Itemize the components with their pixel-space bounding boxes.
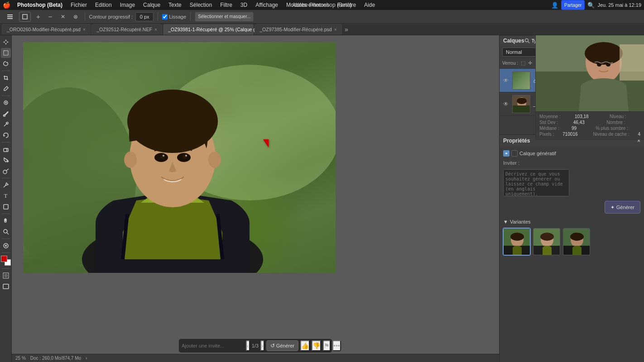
prompt-input[interactable] — [182, 343, 244, 348]
next-variant-button[interactable]: › — [260, 340, 264, 351]
exclude-btn[interactable]: ⊗ — [71, 12, 81, 22]
shape-tool[interactable] — [1, 202, 11, 212]
pen-tool[interactable] — [1, 180, 11, 190]
stat-niveaucache-val: 4 — [638, 132, 640, 137]
menu-aide[interactable]: Aide — [361, 1, 378, 9]
variant-thumb-1[interactable] — [503, 228, 530, 255]
stat-mediane-val: 99 — [572, 126, 577, 131]
color-pair[interactable] — [1, 256, 11, 266]
tab-close-0[interactable]: × — [83, 27, 86, 32]
variantes-label: Variantes — [510, 219, 531, 224]
eyedropper-tool[interactable] — [1, 84, 11, 94]
thumbup-button[interactable]: 👍 — [300, 340, 310, 351]
svg-point-8 — [6, 122, 8, 124]
prop-checkbox[interactable] — [511, 150, 518, 157]
prev-variant-button[interactable]: ‹ — [246, 340, 250, 351]
layer-visibility-oz93981[interactable]: 👁 — [502, 100, 509, 108]
menu-affichage[interactable]: Affichage — [252, 1, 281, 9]
tab-oz92512[interactable]: _OZ92512-Récupéré.NEF × — [91, 24, 162, 35]
svg-point-32 — [525, 39, 528, 42]
select-mask-button[interactable]: Sélectionner et masquer... — [195, 12, 254, 22]
properties-panel: Propriétés × Calque génératif Inviter : — [500, 135, 644, 362]
menubar-person-icon[interactable]: 👤 — [551, 2, 558, 9]
generate-button-bottom[interactable]: ↺ Générer — [266, 340, 298, 351]
tool-options-icon[interactable] — [4, 12, 16, 22]
svg-point-40 — [510, 233, 524, 241]
menu-image[interactable]: Image — [117, 1, 138, 9]
prop-prompt-textarea[interactable] — [503, 169, 569, 196]
fill-tool[interactable] — [1, 155, 11, 165]
intersect-btn[interactable]: ✕ — [58, 12, 68, 22]
menu-texte[interactable]: Texte — [165, 1, 185, 9]
menu-selection[interactable]: Sélection — [187, 1, 215, 9]
add-btn[interactable]: + — [34, 12, 43, 22]
text-tool[interactable]: T — [1, 191, 11, 201]
hand-tool[interactable] — [1, 216, 11, 226]
menu-calque[interactable]: Calque — [140, 1, 163, 9]
more-options-button[interactable]: ••• — [332, 340, 341, 351]
tab-oz93981[interactable]: _OZ93981-1-Récupéré @ 25% (Calque généra… — [163, 24, 254, 35]
tab-close-1[interactable]: × — [154, 27, 157, 32]
subtract-btn[interactable]: − — [46, 12, 55, 22]
quick-actions[interactable] — [1, 241, 11, 251]
tab-oz97385[interactable]: _OZ97385-Modifier-Récupéré.psd × — [255, 24, 342, 35]
contour-input[interactable] — [135, 12, 154, 21]
lissage-label: Lissage — [169, 14, 186, 19]
prop-section-title: Calque génératif — [519, 151, 556, 156]
menu-filtre[interactable]: Filtre — [217, 1, 235, 9]
apple-menu[interactable]: 🍎 — [3, 1, 10, 9]
app-name[interactable]: Photoshop (Beta) — [14, 1, 66, 9]
search-icon[interactable]: 🔍 — [587, 2, 595, 9]
crop-tool[interactable] — [1, 73, 11, 83]
svg-rect-3 — [23, 14, 27, 19]
eraser-tool[interactable] — [1, 144, 11, 154]
lock-label: Verrou : — [502, 61, 518, 66]
status-bar: 25 % Doc : 260,0 Mo/874,7 Mo › — [12, 354, 499, 362]
variant-thumb-3[interactable] — [563, 228, 590, 255]
brush-tool[interactable] — [1, 109, 11, 119]
prop-layer-icon — [503, 150, 509, 157]
arrow-icon[interactable]: › — [86, 356, 87, 361]
selection-tool[interactable] — [1, 48, 11, 58]
foreground-color[interactable] — [1, 256, 7, 262]
svg-point-15 — [4, 274, 8, 277]
menu-fichier[interactable]: Fichier — [67, 1, 90, 9]
menu-3d[interactable]: 3D — [237, 1, 250, 9]
tabs-more-icon[interactable]: » — [343, 26, 350, 33]
tab-oro0260[interactable]: _ORO0260-Modifier-Récupéré.psd × — [2, 24, 91, 35]
tool-sep8 — [2, 268, 10, 269]
quick-mask-mode[interactable] — [1, 271, 11, 281]
properties-content: Calque génératif Inviter : ✦ Générer — [500, 147, 644, 362]
dodge-tool[interactable] — [1, 166, 11, 176]
menu-edition[interactable]: Edition — [92, 1, 115, 9]
zoom-tool[interactable] — [1, 227, 11, 237]
spot-heal-tool[interactable] — [1, 98, 11, 108]
layers-title: Calques — [503, 38, 524, 44]
layer-visibility-generatif[interactable]: 👁 — [502, 77, 509, 84]
svg-point-30 — [124, 152, 137, 168]
share-button[interactable]: Partager — [561, 0, 585, 10]
variantes-header[interactable]: ▼ Variantes — [503, 219, 640, 224]
image-canvas[interactable] — [23, 42, 336, 273]
lasso-tool[interactable] — [1, 59, 11, 69]
history-brush[interactable] — [1, 130, 11, 140]
canvas-area[interactable]: ‹ 1/3 › ↺ Générer 👍 👎 ⚑ ••• 25 % Doc : 2… — [12, 35, 499, 362]
lissage-checkbox[interactable] — [162, 14, 168, 19]
zoom-level: 25 % — [15, 356, 26, 361]
variant-thumb-2[interactable] — [533, 228, 560, 255]
screen-mode[interactable] — [1, 281, 11, 291]
flag-button[interactable]: ⚑ — [323, 340, 331, 351]
prop-generate-button[interactable]: ✦ Générer — [605, 201, 640, 214]
stat-mediane-key: Médiane : — [539, 126, 559, 131]
clone-tool[interactable] — [1, 119, 11, 129]
brush-shape-rect[interactable] — [19, 12, 31, 22]
svg-rect-1 — [7, 16, 13, 17]
thumbdown-button[interactable]: 👎 — [312, 340, 321, 351]
lock-pixel-icon[interactable]: ⬚ — [521, 60, 525, 66]
prop-invite-label: Inviter : — [503, 160, 526, 166]
tab-close-3[interactable]: × — [334, 27, 337, 32]
layers-search-icon[interactable] — [524, 38, 530, 43]
move-tool[interactable] — [1, 37, 11, 47]
tab-label: _OZ97385-Modifier-Récupéré.psd — [260, 27, 332, 32]
lock-pos-icon[interactable]: ✛ — [528, 60, 532, 66]
